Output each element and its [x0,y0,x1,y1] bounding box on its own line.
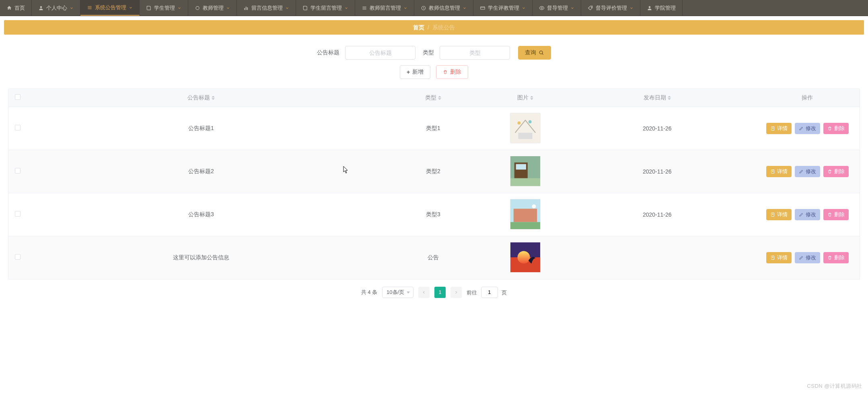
th-ops: 操作 [755,89,860,107]
filter-type-input[interactable] [440,46,510,60]
nav-item[interactable]: 督导评价管理 [581,0,640,16]
chevron-right-icon [454,290,458,294]
thumbnail-image[interactable] [510,113,541,143]
row-checkbox[interactable] [15,254,21,260]
svg-rect-34 [513,209,537,222]
sort-icon[interactable] [212,96,215,100]
nav-item-label: 学院管理 [655,4,676,12]
trash-icon [827,169,832,174]
bulk-delete-button[interactable]: 删除 [436,65,468,79]
search-icon [539,50,544,56]
nav-item-label: 学生留言管理 [311,4,342,12]
filter-row: 公告标题 类型 查询 [0,46,868,60]
table-header-row: 公告标题 类型 图片 发布日期 操作 [8,89,860,107]
plus-icon: + [407,69,410,75]
nav-item[interactable]: 留言信息管理 [237,0,296,16]
row-edit-button[interactable]: 修改 [795,123,820,134]
nav-item[interactable]: 系统公告管理 [80,0,140,16]
card-icon [480,5,485,11]
table-row: 公告标题2类型22020-11-26详情修改删除 [8,150,860,193]
home-icon [6,5,12,11]
page-next-button[interactable] [450,287,462,298]
page-prev-button[interactable] [418,287,430,298]
thumbnail-image[interactable] [510,156,541,186]
chevron-down-icon [177,6,181,10]
row-delete-button[interactable]: 删除 [823,209,849,220]
cell-date [559,236,755,279]
filter-title-input[interactable] [345,46,415,60]
row-detail-button[interactable]: 详情 [766,209,792,220]
cell-date: 2020-11-26 [559,150,755,193]
nav-item-label: 督导管理 [547,4,568,12]
svg-rect-20 [518,132,532,139]
topnav: 首页个人中心系统公告管理学生管理教师管理留言信息管理学生留言管理教师留言管理教师… [0,0,868,16]
filter-title-label: 公告标题 [317,49,339,56]
checkbox-icon[interactable] [15,94,21,100]
nav-item-label: 教师管理 [203,4,224,12]
thumbnail-image[interactable] [510,242,541,273]
cell-type: 类型1 [375,107,491,150]
svg-rect-35 [510,222,540,229]
th-checkbox[interactable] [8,89,27,107]
filter-type-label: 类型 [423,49,434,56]
row-checkbox[interactable] [15,125,21,130]
nav-item[interactable]: 学生管理 [140,0,188,16]
chevron-down-icon [570,6,574,10]
cell-type: 类型2 [375,150,491,193]
cell-title: 这里可以添加公告信息 [27,236,375,279]
th-title[interactable]: 公告标题 [27,89,375,107]
nav-item[interactable]: 教师信息管理 [414,0,473,16]
cell-image [491,107,559,150]
cell-image [491,150,559,193]
menu-icon [362,5,367,11]
svg-point-16 [649,6,651,8]
svg-rect-6 [246,6,247,10]
breadcrumb-wrap: 首页 / 系统公告 [0,16,868,35]
svg-point-4 [196,6,199,9]
page-jump-input[interactable] [481,287,498,298]
user-icon [647,5,652,11]
th-type[interactable]: 类型 [375,89,491,107]
announce-table: 公告标题 类型 图片 发布日期 操作 公告标题1类型12020-11-26详情修… [8,89,860,279]
thumbnail-image[interactable] [510,199,541,230]
row-detail-button[interactable]: 详情 [766,123,792,134]
row-checkbox[interactable] [15,211,21,217]
row-detail-button[interactable]: 详情 [766,166,792,177]
th-date[interactable]: 发布日期 [559,89,755,107]
nav-item[interactable]: 教师管理 [188,0,237,16]
row-delete-button[interactable]: 删除 [823,252,849,263]
search-button[interactable]: 查询 [518,46,551,60]
nav-item[interactable]: 教师留言管理 [355,0,414,16]
doc-icon [770,255,775,260]
nav-item[interactable]: 学院管理 [640,0,683,16]
row-edit-button[interactable]: 修改 [795,209,820,220]
th-image[interactable]: 图片 [491,89,559,107]
nav-item[interactable]: 个人中心 [32,0,80,16]
row-delete-button[interactable]: 删除 [823,123,849,134]
nav-item[interactable]: 学生留言管理 [296,0,355,16]
page-number-button[interactable]: 1 [434,287,446,298]
sort-icon[interactable] [438,96,441,100]
nav-item[interactable]: 督导管理 [533,0,581,16]
row-edit-button[interactable]: 修改 [795,166,820,177]
ring-icon [195,5,200,11]
nav-item[interactable]: 学生评教管理 [473,0,533,16]
clock-icon [421,5,426,11]
breadcrumb-home[interactable]: 首页 [413,24,424,31]
nav-item[interactable]: 首页 [0,0,32,16]
row-edit-button[interactable]: 修改 [795,252,820,263]
bulk-action-row: + 新增 删除 [0,65,868,79]
nav-item-label: 教师留言管理 [370,4,401,12]
svg-rect-7 [247,7,248,10]
table-row: 这里可以添加公告信息公告详情修改删除 [8,236,860,279]
row-detail-button[interactable]: 详情 [766,252,792,263]
sort-icon[interactable] [530,96,533,100]
row-checkbox[interactable] [15,168,21,174]
row-delete-button[interactable]: 删除 [823,166,849,177]
bar-icon [243,5,249,11]
add-button[interactable]: + 新增 [400,65,430,79]
sort-icon[interactable] [668,96,671,100]
nav-item-label: 系统公告管理 [95,4,126,11]
page-size-select[interactable]: 10条/页 [382,287,413,298]
pencil-icon [799,255,804,260]
